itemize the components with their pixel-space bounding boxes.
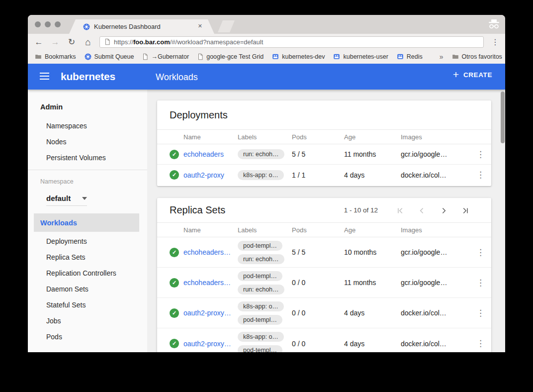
pods-cell: 0 / 0: [292, 309, 344, 317]
table-row: ✓ oauth2-proxy… k8s-app: o… pod-templ… 0…: [157, 328, 491, 352]
row-menu-icon[interactable]: ⋮: [470, 338, 491, 349]
images-cell: docker.io/col…: [401, 309, 470, 317]
replica-set-link[interactable]: oauth2-proxy…: [183, 309, 231, 317]
first-page-icon[interactable]: [389, 205, 411, 214]
sidebar-item-jobs[interactable]: Jobs: [46, 317, 61, 325]
tab-title: Kubernetes Dashboard: [94, 23, 161, 30]
bookmark-item[interactable]: kubernetes-dev: [272, 53, 325, 60]
deployment-link[interactable]: oauth2-proxy: [183, 171, 224, 179]
folder-icon: [35, 53, 42, 60]
row-menu-icon[interactable]: ⋮: [470, 278, 491, 288]
sidebar-item-stateful-sets[interactable]: Stateful Sets: [46, 301, 86, 309]
label-chip: pod-templ…: [238, 271, 282, 281]
pagination: 1 - 10 of 12: [344, 205, 476, 214]
browser-menu-icon[interactable]: ⋮: [490, 37, 500, 47]
app-header: kubernetes Workloads + CREATE: [28, 64, 505, 90]
chat-icon: [333, 53, 340, 60]
bookmark-other-folder[interactable]: Otros favoritos: [452, 53, 502, 60]
label-chip: run: echoh…: [238, 254, 284, 264]
deployments-card: Deployments Name Labels Pods Age Images …: [157, 100, 491, 186]
create-button[interactable]: + CREATE: [453, 70, 492, 80]
sidebar-item-persistent-volumes[interactable]: Persistent Volumes: [46, 154, 106, 162]
page-scrollbar[interactable]: [501, 92, 505, 143]
incognito-icon: [487, 19, 501, 29]
namespace-value: default: [46, 194, 71, 202]
bookmark-item[interactable]: Submit Queue: [85, 53, 134, 60]
chat-icon: [272, 53, 279, 60]
row-menu-icon[interactable]: ⋮: [470, 247, 491, 258]
age-cell: 4 days: [344, 171, 401, 179]
next-page-icon[interactable]: [433, 205, 454, 214]
bookmark-item[interactable]: →Gubernator: [142, 53, 189, 60]
chevron-down-icon: [82, 197, 87, 200]
window-close-button[interactable]: [35, 21, 41, 27]
bookmark-item[interactable]: Redis: [397, 53, 423, 60]
window-minimize-button[interactable]: [45, 21, 51, 27]
kubernetes-favicon-icon: [83, 23, 90, 30]
table-row: ✓ echoheaders run: echoh… 5 / 5 11 month…: [157, 144, 491, 165]
pods-cell: 1 / 1: [292, 171, 344, 179]
tab-close-icon[interactable]: ✕: [198, 23, 202, 29]
bookmark-item[interactable]: Bookmarks: [35, 53, 76, 60]
forward-icon[interactable]: →: [50, 38, 60, 46]
sidebar-nav: Admin Namespaces Nodes Persistent Volume…: [28, 90, 147, 352]
bookmarks-overflow-icon[interactable]: »: [440, 53, 444, 61]
namespace-label: Namespace: [40, 178, 74, 185]
reload-icon[interactable]: ↻: [67, 38, 77, 46]
bookmarks-bar: Bookmarks Submit Queue →Gubernator googl…: [28, 50, 505, 64]
hamburger-menu-icon[interactable]: [40, 73, 49, 82]
status-ok-icon: ✓: [170, 248, 179, 257]
pagination-range: 1 - 10 of 12: [344, 206, 378, 214]
namespace-select[interactable]: default: [46, 191, 87, 206]
kubernetes-logo: kubernetes: [61, 71, 115, 83]
label-chip: pod-templ…: [238, 241, 282, 251]
pods-cell: 0 / 0: [292, 279, 344, 287]
row-menu-icon[interactable]: ⋮: [470, 149, 491, 160]
last-page-icon[interactable]: [454, 205, 476, 214]
status-ok-icon: ✓: [170, 278, 179, 288]
label-chip: run: echoh…: [238, 285, 284, 294]
sidebar-item-namespaces[interactable]: Namespaces: [46, 122, 87, 130]
label-chip: k8s-app: o…: [238, 170, 284, 180]
browser-window: Kubernetes Dashboard ✕ ← → ↻ ⌂ https://f…: [28, 15, 505, 352]
new-tab-button[interactable]: [218, 20, 235, 32]
sidebar-item-workloads[interactable]: Workloads: [34, 213, 139, 232]
browser-tab[interactable]: Kubernetes Dashboard ✕: [69, 19, 214, 34]
status-ok-icon: ✓: [170, 150, 179, 159]
pods-cell: 0 / 0: [292, 340, 344, 348]
replica-set-link[interactable]: oauth2-proxy…: [183, 340, 231, 348]
sidebar-item-replication-controllers[interactable]: Replication Controllers: [46, 269, 116, 277]
replica-set-link[interactable]: echoheaders…: [183, 248, 231, 256]
row-menu-icon[interactable]: ⋮: [470, 308, 491, 318]
row-menu-icon[interactable]: ⋮: [470, 170, 491, 180]
age-cell: 11 months: [344, 150, 401, 158]
sidebar-item-nodes[interactable]: Nodes: [46, 138, 66, 146]
address-bar[interactable]: https://foo.bar.com/#/workload?namespace…: [99, 36, 484, 48]
home-icon[interactable]: ⌂: [83, 37, 93, 47]
deployment-link[interactable]: echoheaders: [183, 150, 224, 158]
table-row: ✓ oauth2-proxy k8s-app: o… 1 / 1 4 days …: [157, 165, 491, 185]
window-zoom-button[interactable]: [55, 21, 61, 27]
page-title: Workloads: [156, 72, 198, 83]
replica-sets-card-title: Replica Sets: [170, 204, 225, 216]
sidebar-item-pods[interactable]: Pods: [46, 333, 62, 341]
bookmark-item[interactable]: kubernetes-user: [333, 53, 388, 60]
table-row: ✓ oauth2-proxy… k8s-app: o… pod-templ… 0…: [157, 298, 491, 328]
plus-icon: +: [453, 69, 459, 80]
images-cell: gcr.io/google…: [401, 279, 470, 287]
age-cell: 10 months: [344, 248, 401, 256]
bookmark-item[interactable]: google-gce Test Grid: [197, 53, 264, 60]
replica-sets-table-header: Name Labels Pods Age Images: [157, 223, 491, 237]
sidebar-section-admin[interactable]: Admin: [40, 103, 63, 111]
replica-set-link[interactable]: echoheaders…: [183, 279, 231, 287]
sidebar-item-replica-sets[interactable]: Replica Sets: [46, 253, 86, 261]
url-host: foo.bar.com: [133, 38, 170, 46]
status-ok-icon: ✓: [170, 308, 179, 318]
back-icon[interactable]: ←: [34, 38, 44, 46]
previous-page-icon[interactable]: [411, 205, 433, 214]
pods-cell: 5 / 5: [292, 248, 344, 256]
sidebar-item-daemon-sets[interactable]: Daemon Sets: [46, 285, 89, 293]
sidebar-item-deployments[interactable]: Deployments: [46, 237, 87, 245]
deployments-table-header: Name Labels Pods Age Images: [157, 130, 491, 144]
images-cell: gcr.io/google…: [401, 150, 470, 158]
